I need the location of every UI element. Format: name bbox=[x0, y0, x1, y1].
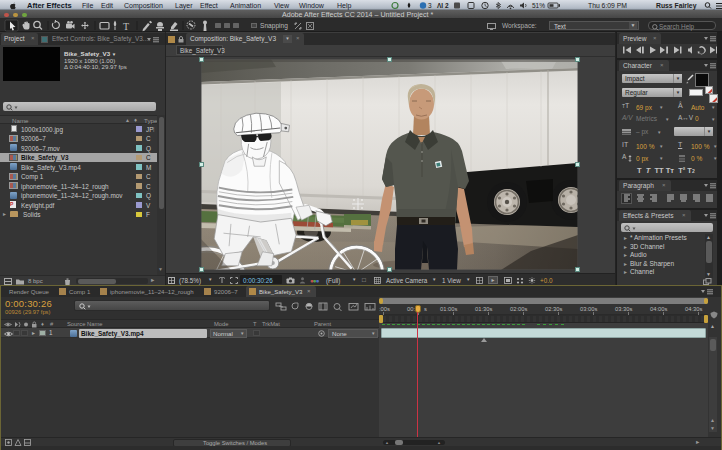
svg-text:3: 3 bbox=[428, 2, 432, 9]
svg-text:T: T bbox=[123, 21, 129, 32]
svg-text:51%: 51% bbox=[532, 2, 545, 9]
svg-text:ΛΙ 2: ΛΙ 2 bbox=[437, 2, 449, 9]
